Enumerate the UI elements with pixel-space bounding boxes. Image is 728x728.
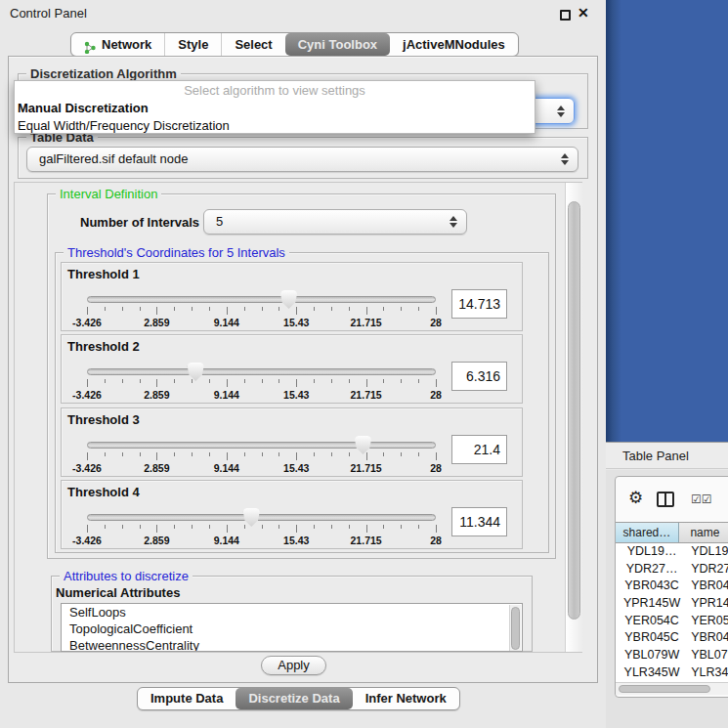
list-item[interactable]: SelfLoops bbox=[62, 604, 522, 621]
threshold-slider[interactable]: -3.4262.8599.14415.4321.71528 bbox=[87, 363, 436, 402]
table-cell[interactable]: YPR145W bbox=[616, 595, 688, 613]
tab-style[interactable]: Style bbox=[164, 33, 221, 56]
threshold-slider[interactable]: -3.4262.8599.14415.4321.71528 bbox=[87, 436, 436, 475]
dropdown-option-equal-width-frequency[interactable]: Equal Width/Frequency Discretization bbox=[15, 117, 535, 135]
slider-tick bbox=[122, 525, 123, 529]
list-item[interactable]: BetweennessCentrality bbox=[62, 637, 522, 652]
tab-network[interactable]: Network bbox=[71, 33, 164, 56]
slider-tick bbox=[278, 452, 279, 456]
vertical-scrollbar[interactable] bbox=[565, 183, 582, 652]
group-title: Interval Definition bbox=[56, 187, 161, 201]
slider-tick bbox=[156, 379, 157, 387]
scrollbar-thumb[interactable] bbox=[619, 685, 710, 693]
slider-tick bbox=[209, 379, 210, 383]
slider-tick bbox=[122, 307, 123, 311]
numerical-attributes-list[interactable]: SelfLoopsTopologicalCoefficientBetweenne… bbox=[61, 603, 523, 652]
table-cell[interactable]: YBL079W bbox=[688, 647, 728, 664]
algorithm-dropdown-popup: Select algorithm to view settings Manual… bbox=[14, 80, 535, 134]
table-cell[interactable]: YER054C bbox=[688, 613, 728, 630]
slider-tick bbox=[244, 525, 245, 529]
slider-tick-label: 28 bbox=[430, 317, 442, 328]
table-cell[interactable]: YPR145W bbox=[688, 595, 728, 613]
table-row[interactable]: YBL079WYBL079W bbox=[616, 647, 728, 664]
table-cell[interactable]: YDR27 bbox=[688, 561, 728, 578]
slider-tick bbox=[227, 307, 228, 315]
slider-tick-label: 15.43 bbox=[283, 462, 309, 474]
close-icon[interactable]: ✕ bbox=[578, 5, 589, 21]
tab-label: Network bbox=[102, 33, 151, 56]
slider-tick bbox=[192, 525, 193, 529]
slider-tick bbox=[349, 307, 350, 311]
table-cell[interactable]: YBR043C bbox=[616, 578, 688, 595]
table-cell[interactable]: YBR043C bbox=[688, 578, 728, 595]
table-cell[interactable]: YLR345W bbox=[688, 664, 728, 682]
table-cell[interactable]: YDL19 bbox=[688, 543, 728, 561]
slider-tick bbox=[383, 452, 384, 456]
table-data-combobox[interactable]: galFiltered.sif default node bbox=[26, 147, 578, 172]
slider-tick bbox=[244, 307, 245, 311]
float-window-icon[interactable] bbox=[560, 10, 571, 21]
tab-select[interactable]: Select bbox=[221, 33, 284, 56]
slider-tick bbox=[192, 452, 193, 456]
threshold-slider[interactable]: -3.4262.8599.14415.4321.71528 bbox=[87, 508, 436, 547]
threshold-label: Threshold 4 bbox=[67, 485, 140, 499]
numerical-attributes-label: Numerical Attributes bbox=[56, 585, 180, 600]
number-of-intervals-spinner[interactable]: 5 bbox=[203, 209, 467, 235]
column-header-shared-name[interactable]: shared… bbox=[616, 523, 679, 542]
slider-tick bbox=[383, 525, 384, 529]
tab-cyni-toolbox[interactable]: Cyni Toolbox bbox=[285, 33, 390, 56]
slider-tick bbox=[401, 379, 402, 383]
tab-infer-network[interactable]: Infer Network bbox=[353, 688, 459, 709]
tab-discretize-data[interactable]: Discretize Data bbox=[236, 688, 352, 709]
checkboxes-icon[interactable]: ☑☑ bbox=[691, 492, 712, 506]
split-columns-icon[interactable] bbox=[657, 492, 674, 507]
slider-track[interactable] bbox=[87, 442, 436, 449]
table-cell[interactable]: YBL079W bbox=[616, 647, 688, 664]
slider-tick bbox=[174, 525, 175, 529]
table-row[interactable]: YDR27…YDR27 bbox=[616, 561, 728, 578]
slider-tick-label: -3.426 bbox=[72, 462, 102, 474]
slider-track[interactable] bbox=[87, 296, 436, 303]
table-cell[interactable]: YBR045C bbox=[688, 629, 728, 647]
table-row[interactable]: YPR145WYPR145W bbox=[616, 595, 728, 613]
list-scrollbar[interactable] bbox=[509, 605, 521, 652]
horizontal-scrollbar[interactable] bbox=[616, 682, 728, 695]
table-row[interactable]: YER054CYER054C bbox=[616, 613, 728, 630]
slider-tick-label: 28 bbox=[430, 462, 442, 474]
threshold-panel: Threshold 4 -3.4262.8599.14415.4321.7152… bbox=[61, 480, 523, 549]
control-panel-tabbar: Network Style Select Cyni Toolbox jActiv… bbox=[70, 32, 519, 57]
table-row[interactable]: YBR043CYBR043C bbox=[616, 578, 728, 595]
dropdown-option-manual-discretization[interactable]: Manual Discretization bbox=[15, 100, 535, 117]
column-header-name[interactable]: name bbox=[679, 523, 728, 542]
slider-ticks bbox=[87, 525, 436, 534]
list-item[interactable]: TopologicalCoefficient bbox=[62, 621, 522, 637]
table-row[interactable]: YLR345WYLR345W bbox=[616, 664, 728, 682]
threshold-slider[interactable]: -3.4262.8599.14415.4321.71528 bbox=[87, 290, 436, 329]
table-cell[interactable]: YER054C bbox=[616, 613, 688, 630]
slider-tick-label: 21.715 bbox=[351, 317, 382, 328]
gear-icon[interactable]: ⚙ bbox=[628, 490, 643, 506]
apply-button[interactable]: Apply bbox=[261, 656, 326, 675]
table-row[interactable]: YBR045CYBR045C bbox=[616, 629, 728, 647]
table-cell[interactable]: YLR345W bbox=[616, 664, 688, 682]
scrollbar-thumb[interactable] bbox=[511, 607, 520, 650]
table-cell[interactable]: YBR045C bbox=[616, 629, 688, 647]
threshold-panel: Threshold 2 -3.4262.8599.14415.4321.7152… bbox=[61, 334, 523, 404]
table-cell[interactable]: YDR27… bbox=[616, 561, 688, 578]
slider-tick bbox=[296, 307, 297, 315]
slider-tick bbox=[314, 452, 315, 456]
slider-track[interactable] bbox=[87, 368, 436, 375]
slider-track[interactable] bbox=[87, 514, 436, 521]
table-row[interactable]: YDL19…YDL19 bbox=[616, 543, 728, 561]
slider-tick-labels: -3.4262.8599.14415.4321.71528 bbox=[87, 535, 436, 546]
table-cell[interactable]: YDL19… bbox=[616, 543, 688, 561]
slider-tick bbox=[436, 452, 437, 460]
threshold-value-field[interactable]: 6.316 bbox=[451, 362, 507, 391]
slider-tick bbox=[87, 307, 88, 315]
threshold-value-field[interactable]: 11.344 bbox=[451, 507, 507, 536]
tab-impute-data[interactable]: Impute Data bbox=[138, 688, 236, 709]
tab-jactivemnodules[interactable]: jActiveMNodules bbox=[390, 33, 518, 56]
scrollbar-thumb[interactable] bbox=[568, 201, 580, 620]
threshold-value-field[interactable]: 21.4 bbox=[451, 435, 507, 464]
threshold-value-field[interactable]: 14.713 bbox=[451, 289, 507, 319]
